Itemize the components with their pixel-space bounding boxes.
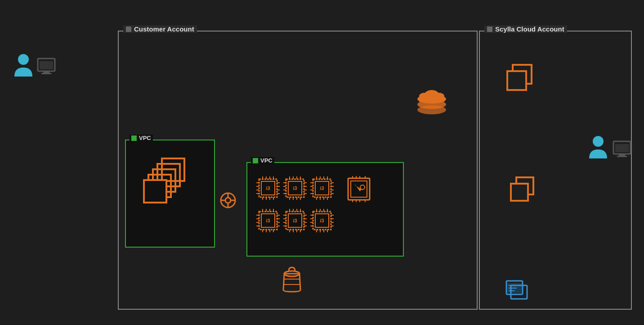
monitor-svg-left <box>37 58 56 77</box>
svg-text:i3: i3 <box>266 218 270 223</box>
svg-rect-156 <box>617 156 627 157</box>
svg-rect-4 <box>40 61 53 69</box>
aws-svg <box>416 88 448 117</box>
chip-2: i3 <box>282 176 308 203</box>
svg-rect-155 <box>619 154 625 156</box>
svg-point-11 <box>225 198 231 203</box>
s3-svg <box>281 266 303 293</box>
vpc-dot-right <box>253 158 258 163</box>
vpc-text-left: VPC <box>139 135 151 141</box>
right-person-icon <box>587 135 609 162</box>
vpc-dot-left <box>131 135 137 141</box>
diagram-container: Customer Account Scylla Cloud Account <box>0 0 644 325</box>
scylla-account-box-icon <box>487 27 492 32</box>
svg-point-0 <box>18 54 29 65</box>
svg-text:i3: i3 <box>293 185 297 191</box>
chip-svg-3: i3 <box>309 176 335 201</box>
svg-text:i3: i3 <box>266 185 270 191</box>
svg-point-83 <box>360 185 365 190</box>
aws-icon <box>416 88 448 119</box>
left-person-icon <box>13 53 34 80</box>
blue-terminal-icon <box>505 277 529 302</box>
svg-rect-2 <box>43 71 49 73</box>
person-svg <box>13 53 34 78</box>
stacked-squares-svg <box>139 154 198 217</box>
vpc-box-left: VPC <box>125 140 215 248</box>
monitor-svg-right <box>613 140 631 159</box>
scylla-account-text: Scylla Cloud Account <box>495 25 564 33</box>
scylla-account-label: Scylla Cloud Account <box>484 25 567 33</box>
chip-svg-1: i3 <box>255 176 281 201</box>
scylla-stacked-sq-svg-1 <box>499 63 540 99</box>
chip-svg-4 <box>345 176 372 203</box>
s3-icon <box>281 266 303 295</box>
chip-svg-5: i3 <box>255 208 281 233</box>
right-monitor-icon <box>613 140 631 161</box>
vpc-label-right: VPC <box>251 157 274 164</box>
customer-account-label: Customer Account <box>123 25 197 33</box>
scylla-stacked-sq-svg-2 <box>505 176 541 209</box>
svg-rect-159 <box>511 184 528 201</box>
chip-1: i3 <box>255 176 281 203</box>
vpc-label-left: VPC <box>130 135 153 141</box>
right-person-svg <box>587 135 609 160</box>
chip-4 <box>345 176 372 204</box>
chip-svg-2: i3 <box>282 176 308 201</box>
svg-rect-147 <box>419 96 444 102</box>
wheel-svg <box>220 192 236 208</box>
svg-text:i3: i3 <box>320 185 324 191</box>
svg-rect-3 <box>41 73 51 74</box>
chip-6: i3 <box>282 208 308 235</box>
svg-rect-9 <box>144 180 166 203</box>
customer-account-text: Customer Account <box>134 25 194 33</box>
customer-account-box-icon <box>126 27 131 32</box>
svg-text:i3: i3 <box>320 218 324 223</box>
chip-svg-6: i3 <box>282 208 308 233</box>
left-monitor-icon <box>37 58 56 78</box>
chip-3: i3 <box>309 176 335 203</box>
chip-svg-7: i3 <box>309 208 335 233</box>
blue-terminal-svg <box>505 277 529 301</box>
scylla-stacked-squares-1 <box>499 63 540 101</box>
svg-point-153 <box>593 136 604 147</box>
scylla-stacked-squares-2 <box>505 176 541 211</box>
svg-rect-152 <box>507 71 526 90</box>
stacked-squares-left <box>139 154 198 219</box>
connector-wheel <box>220 192 236 210</box>
svg-rect-157 <box>615 144 629 152</box>
chip-5: i3 <box>255 208 281 235</box>
vpc-box-right: VPC <box>246 162 404 257</box>
vpc-text-right: VPC <box>260 157 273 164</box>
chip-7: i3 <box>309 208 335 235</box>
svg-text:i3: i3 <box>293 218 297 223</box>
